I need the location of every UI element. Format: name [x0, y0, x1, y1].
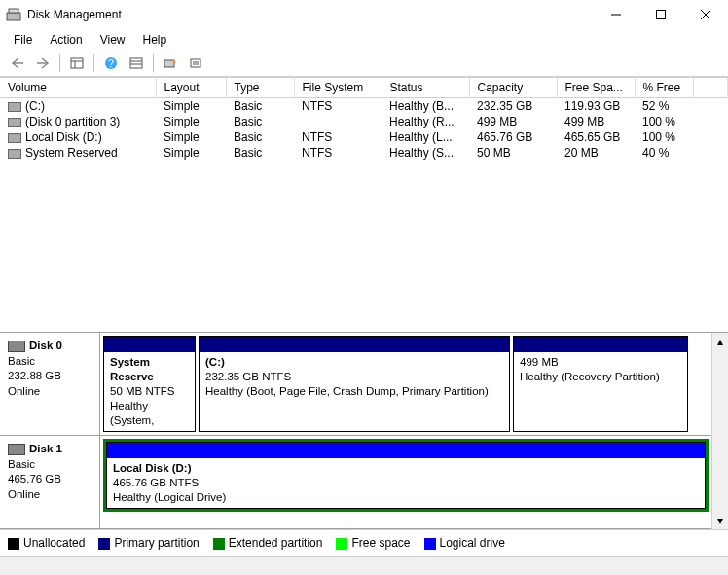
- partition-status: Healthy (Recovery Partition): [520, 371, 660, 382]
- titlebar: Disk Management: [0, 0, 728, 29]
- volume-pct: 52 %: [635, 98, 693, 115]
- volume-fs: [294, 114, 382, 129]
- partition-header: [107, 443, 705, 458]
- maximize-button[interactable]: [638, 0, 683, 29]
- svg-rect-6: [71, 58, 83, 68]
- volume-capacity: 50 MB: [469, 145, 557, 161]
- partition-status: Healthy (System,: [110, 400, 154, 426]
- volume-fs: NTFS: [294, 129, 382, 145]
- svg-rect-15: [191, 59, 200, 67]
- volume-name: (Disk 0 partition 3): [25, 115, 120, 128]
- legend-item: Free space: [336, 536, 410, 550]
- col-status[interactable]: Status: [382, 78, 469, 98]
- column-headers[interactable]: Volume Layout Type File System Status Ca…: [0, 78, 728, 98]
- help-button[interactable]: ?: [99, 53, 123, 74]
- legend-label: Free space: [351, 536, 410, 550]
- legend: UnallocatedPrimary partitionExtended par…: [0, 529, 728, 556]
- svg-rect-14: [164, 60, 174, 67]
- menu-action[interactable]: Action: [42, 31, 90, 49]
- volume-status: Healthy (L...: [382, 129, 469, 145]
- volume-layout: Simple: [156, 114, 226, 129]
- partition-size: 465.76 GB NTFS: [113, 477, 199, 488]
- volume-status: Healthy (S...: [382, 145, 469, 161]
- volume-type: Basic: [226, 145, 294, 161]
- volume-pct: 100 %: [635, 114, 693, 129]
- toolbar-view-button[interactable]: [65, 53, 89, 74]
- forward-button[interactable]: [31, 53, 55, 74]
- app-icon: [6, 7, 21, 22]
- volume-row[interactable]: Local Disk (D:)SimpleBasicNTFSHealthy (L…: [0, 129, 728, 145]
- volume-type: Basic: [226, 114, 294, 129]
- menu-help[interactable]: Help: [135, 31, 175, 49]
- partition[interactable]: Local Disk (D:)465.76 GB NTFSHealthy (Lo…: [106, 442, 706, 509]
- partition-status: Healthy (Logical Drive): [113, 491, 226, 503]
- volume-layout: Simple: [156, 129, 226, 145]
- partition[interactable]: 499 MBHealthy (Recovery Partition): [513, 336, 688, 432]
- volume-pct: 100 %: [635, 129, 693, 145]
- volume-type: Basic: [226, 129, 294, 145]
- scroll-down-icon[interactable]: ▾: [717, 514, 723, 527]
- volume-name: (C:): [25, 99, 45, 113]
- partition[interactable]: (C:)232.35 GB NTFSHealthy (Boot, Page Fi…: [199, 336, 510, 432]
- legend-label: Logical drive: [440, 536, 505, 550]
- legend-swatch: [336, 538, 347, 550]
- toolbar-action-button[interactable]: [159, 53, 182, 74]
- disk-name: Disk 1: [29, 443, 62, 454]
- menu-file[interactable]: File: [6, 31, 40, 49]
- volume-layout: Simple: [156, 98, 226, 115]
- volume-status: Healthy (B...: [382, 98, 469, 115]
- close-button[interactable]: [683, 0, 728, 29]
- col-filesystem[interactable]: File System: [294, 78, 382, 98]
- drive-icon: [8, 133, 21, 143]
- col-volume[interactable]: Volume: [0, 78, 156, 98]
- volume-capacity: 232.35 GB: [469, 98, 557, 115]
- svg-rect-11: [130, 58, 142, 68]
- volume-layout: Simple: [156, 145, 226, 161]
- scroll-up-icon[interactable]: ▴: [717, 335, 723, 348]
- volume-row[interactable]: (C:)SimpleBasicNTFSHealthy (B...232.35 G…: [0, 98, 728, 115]
- volume-row[interactable]: System ReservedSimpleBasicNTFSHealthy (S…: [0, 145, 728, 161]
- partition-label: (C:): [205, 356, 225, 368]
- menubar: File Action View Help: [0, 29, 728, 51]
- partition-size: 50 MB NTFS: [110, 385, 174, 397]
- partition[interactable]: System Reserve50 MB NTFSHealthy (System,: [103, 336, 196, 432]
- drive-icon: [8, 118, 21, 127]
- legend-item: Unallocated: [8, 536, 85, 550]
- legend-swatch: [98, 538, 110, 550]
- legend-swatch: [213, 538, 225, 550]
- partition-size: 232.35 GB NTFS: [205, 371, 291, 382]
- disk-icon: [8, 341, 25, 352]
- disk-icon: [8, 444, 25, 455]
- col-freespace[interactable]: Free Spa...: [557, 78, 635, 98]
- disk-size: 465.76 GB: [8, 472, 91, 487]
- window-title: Disk Management: [27, 8, 122, 21]
- back-button[interactable]: [6, 53, 29, 74]
- legend-swatch: [8, 538, 19, 550]
- graphical-view: Disk 0Basic232.88 GBOnlineSystem Reserve…: [0, 332, 728, 529]
- partition-header: [104, 337, 195, 352]
- disk-info[interactable]: Disk 0Basic232.88 GBOnline: [0, 333, 100, 435]
- volume-capacity: 465.76 GB: [469, 129, 557, 145]
- legend-label: Extended partition: [229, 536, 323, 550]
- legend-item: Extended partition: [213, 536, 323, 550]
- toolbar-list-button[interactable]: [125, 53, 148, 74]
- svg-rect-1: [9, 9, 18, 13]
- scrollbar[interactable]: ▴ ▾: [711, 333, 728, 529]
- toolbar-properties-button[interactable]: [184, 53, 207, 74]
- volume-row[interactable]: (Disk 0 partition 3)SimpleBasicHealthy (…: [0, 114, 728, 129]
- minimize-button[interactable]: [594, 0, 638, 29]
- col-type[interactable]: Type: [226, 78, 294, 98]
- col-pctfree[interactable]: % Free: [635, 78, 693, 98]
- legend-label: Unallocated: [23, 536, 85, 550]
- disk-type: Basic: [8, 354, 91, 370]
- disk-info[interactable]: Disk 1Basic465.76 GBOnline: [0, 436, 100, 528]
- volume-list[interactable]: Volume Layout Type File System Status Ca…: [0, 77, 728, 332]
- disk-state: Online: [8, 384, 91, 400]
- disk-type: Basic: [8, 457, 91, 473]
- legend-item: Logical drive: [424, 536, 505, 550]
- svg-rect-3: [657, 11, 666, 19]
- volume-pct: 40 %: [635, 145, 693, 161]
- menu-view[interactable]: View: [92, 31, 133, 49]
- col-capacity[interactable]: Capacity: [469, 78, 557, 98]
- col-layout[interactable]: Layout: [156, 78, 226, 98]
